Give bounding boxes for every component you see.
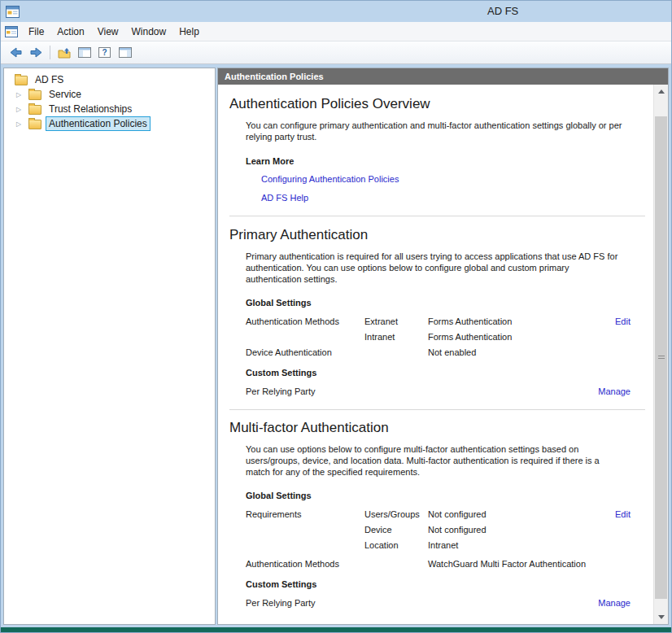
up-one-level-button[interactable]: [54, 43, 74, 63]
mfa-global-settings-table: Requirements Users/Groups Not configured…: [218, 506, 653, 571]
setting-label: Per Relying Party: [246, 598, 364, 608]
scrollbar-track[interactable]: [654, 98, 668, 610]
chevron-right-icon[interactable]: ▷: [15, 120, 28, 128]
primary-custom-settings-table: Per Relying Party Manage: [218, 383, 653, 399]
menu-action[interactable]: Action: [50, 22, 90, 41]
tree-item-label: AD FS: [32, 72, 67, 87]
setting-value: Not enabled: [428, 347, 631, 357]
folder-up-icon: [58, 47, 71, 59]
mfa-global-settings-label: Global Settings: [246, 491, 653, 500]
mfa-edit-link[interactable]: Edit: [615, 509, 631, 519]
svg-text:?: ?: [102, 48, 107, 57]
overview-description: You can configure primary authentication…: [246, 120, 622, 142]
details-pane: Authentication Policies Authentication P…: [217, 68, 669, 625]
forward-button[interactable]: [26, 43, 46, 63]
table-row: Per Relying Party Manage: [218, 595, 653, 610]
desktop-edge-strip: [1, 627, 671, 632]
mfa-custom-settings-table: Per Relying Party Manage: [218, 595, 653, 610]
arrow-up-icon: [658, 89, 665, 94]
menubar: File Action View Window Help: [1, 22, 671, 41]
table-row: Device Authentication Not enabled: [218, 344, 653, 360]
tree-item-service[interactable]: ▷ Service: [4, 87, 215, 102]
primary-global-settings-table: Authentication Methods Extranet Forms Au…: [218, 313, 653, 360]
vertical-scrollbar[interactable]: [653, 85, 668, 624]
details-content: Authentication Policies Overview You can…: [218, 85, 653, 624]
scroll-up-button[interactable]: [654, 85, 668, 98]
table-row: Authentication Methods Extranet Forms Au…: [218, 313, 653, 329]
setting-value: Forms Authentication: [428, 316, 615, 326]
table-row: Requirements Users/Groups Not configured…: [218, 506, 653, 522]
primary-custom-settings-label: Custom Settings: [246, 368, 653, 378]
forward-icon: [30, 47, 42, 58]
console-tree-panes-icon: [78, 47, 91, 58]
console-tree-pane: AD FS ▷ Service ▷ Trust Relationships ▷ …: [3, 68, 216, 625]
folder-icon: [15, 76, 28, 85]
setting-label: Requirements: [246, 509, 364, 519]
folder-icon: [28, 120, 41, 129]
setting-value: Forms Authentication: [428, 332, 631, 342]
window-title: AD FS: [487, 1, 518, 22]
setting-key: Location: [364, 540, 428, 550]
folder-icon: [28, 90, 41, 100]
table-row: Intranet Forms Authentication: [218, 329, 653, 344]
folder-icon: [28, 105, 41, 115]
main-area: AD FS ▷ Service ▷ Trust Relationships ▷ …: [1, 64, 671, 627]
scroll-down-button[interactable]: [654, 610, 668, 624]
setting-label: Authentication Methods: [246, 559, 364, 569]
table-row: Per Relying Party Manage: [218, 383, 653, 399]
primary-authentication-title: Primary Authentication: [229, 227, 653, 243]
setting-label: Authentication Methods: [246, 316, 364, 326]
mfa-manage-link[interactable]: Manage: [598, 598, 631, 608]
setting-value: Not configured: [428, 525, 631, 535]
table-row: Device Not configured: [218, 522, 653, 537]
toolbar-separator: [50, 46, 50, 59]
tree-item-trust-relationships[interactable]: ▷ Trust Relationships: [4, 102, 215, 116]
action-pane-toggle-button[interactable]: [115, 43, 135, 63]
chevron-right-icon[interactable]: ▷: [15, 91, 28, 98]
back-button[interactable]: [6, 43, 26, 63]
arrow-down-icon: [658, 615, 665, 619]
chevron-right-icon[interactable]: ▷: [15, 106, 28, 113]
setting-value: Intranet: [428, 540, 631, 550]
setting-label: Device Authentication: [246, 347, 364, 357]
configuring-authentication-policies-link[interactable]: Configuring Authentication Policies: [261, 174, 399, 184]
setting-key: Extranet: [364, 316, 428, 326]
action-pane-panes-icon: [119, 47, 132, 58]
console-window-icon: [5, 26, 18, 37]
help-button[interactable]: ?: [94, 43, 115, 63]
adfs-console-window: AD FS File Action View Window Help: [0, 0, 672, 633]
setting-key: Users/Groups: [364, 509, 428, 519]
mfa-custom-settings-label: Custom Settings: [246, 579, 653, 589]
setting-value: Not configured: [428, 509, 615, 519]
ad-fs-help-link[interactable]: AD FS Help: [261, 193, 308, 203]
menu-file[interactable]: File: [22, 22, 50, 41]
titlebar[interactable]: AD FS: [1, 1, 671, 22]
tree-item-authentication-policies[interactable]: ▷ Authentication Policies: [4, 116, 215, 131]
mfa-title: Multi-factor Authentication: [229, 420, 653, 436]
primary-global-settings-label: Global Settings: [246, 298, 653, 308]
tree-item-ad-fs[interactable]: AD FS: [4, 72, 215, 87]
tree-item-label: Trust Relationships: [46, 102, 135, 116]
tree-item-label: Authentication Policies: [46, 116, 151, 131]
help-question-icon: ?: [98, 47, 111, 58]
details-pane-header: Authentication Policies: [218, 68, 668, 85]
primary-manage-link[interactable]: Manage: [598, 386, 631, 396]
tree-item-label: Service: [46, 87, 85, 102]
mmc-app-icon: [6, 6, 20, 18]
menu-help[interactable]: Help: [172, 22, 206, 41]
menu-window[interactable]: Window: [125, 22, 173, 41]
table-row: Authentication Methods WatchGuard Multi …: [218, 556, 653, 571]
toolbar: ?: [1, 41, 671, 64]
primary-edit-link[interactable]: Edit: [615, 316, 631, 326]
back-icon: [10, 47, 22, 58]
table-row: Location Intranet: [218, 537, 653, 552]
console-tree-toggle-button[interactable]: [74, 43, 94, 63]
scrollbar-thumb[interactable]: [655, 116, 667, 599]
setting-label: Per Relying Party: [246, 386, 364, 396]
mfa-description: You can use options below to configure m…: [246, 443, 622, 478]
setting-key: Device: [364, 525, 428, 535]
learn-more-label: Learn More: [246, 156, 653, 166]
menu-view[interactable]: View: [91, 22, 125, 41]
primary-authentication-description: Primary authentication is required for a…: [246, 251, 622, 285]
setting-key: Intranet: [364, 332, 428, 342]
